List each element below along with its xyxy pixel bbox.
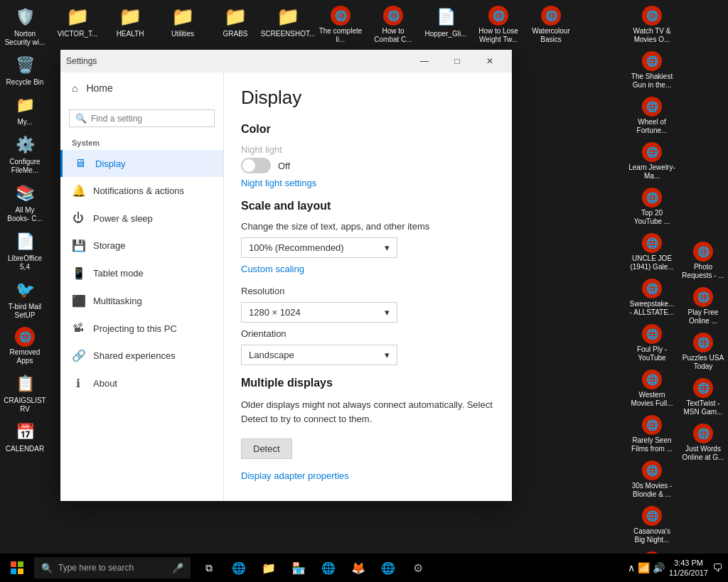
configure-label: Configure FileMe...	[4, 158, 46, 175]
right1-justwords[interactable]: 🌐 Just Words Online at G...	[678, 421, 728, 465]
top-icon-watercolour[interactable]: 🌐 Watercolour Basics	[526, 3, 576, 47]
top-icon-health[interactable]: 📁 HEALTH	[105, 3, 155, 41]
time-display[interactable]: 3:43 PM 11/26/2017	[669, 558, 708, 578]
right2-foulply[interactable]: 🌐 Foul Ply - YouTube	[627, 321, 677, 365]
desktop-icon-calendar[interactable]: 📅 CALENDAR	[2, 418, 48, 456]
top-icon-screenshot[interactable]: 📁 SCREENSHOT...	[263, 3, 313, 41]
desktop-icon-removed[interactable]: 🌐 Removed Apps	[2, 324, 48, 368]
window-titlebar: Settings — □ ✕	[60, 50, 512, 72]
right2-wheel[interactable]: 🌐 Wheel of Fortune...	[627, 94, 677, 138]
right1-puzzles[interactable]: 🌐 Puzzles USA Today	[678, 330, 728, 374]
orientation-dropdown[interactable]: Landscape ▾	[241, 345, 397, 365]
photoreq-icon: 🌐	[693, 242, 713, 262]
right2-unclejoe[interactable]: 🌐 UNCLE JOE (1941) Gale...	[627, 230, 677, 274]
desktop-icons-left: 🛡️ Norton Security wi... 🗑️ Recycle Bin …	[0, 0, 50, 459]
taskbar-settings[interactable]: ⚙	[404, 554, 432, 582]
start-button[interactable]	[0, 554, 34, 582]
taskbar-search[interactable]: 🔍 Type here to search 🎤	[34, 557, 191, 578]
sidebar-item-multitasking[interactable]: ⬛ Multitasking	[60, 287, 223, 315]
sidebar-item-display[interactable]: 🖥 Display	[60, 150, 223, 177]
taskbar-fileexplorer[interactable]: 📁	[255, 554, 283, 582]
close-button[interactable]: ✕	[473, 50, 506, 72]
top-icon-howto[interactable]: 🌐 How to Combat C...	[368, 3, 418, 47]
desktop-icon-craigslist[interactable]: 📋 CRAIGSLIST RV	[2, 370, 48, 416]
complete-label: The complete li...	[317, 27, 364, 44]
detect-button[interactable]: Detect	[241, 438, 292, 459]
night-light-settings-link[interactable]: Night light settings	[241, 178, 495, 188]
craigslist-icon: 📋	[14, 372, 36, 395]
desktop-icon-tbird[interactable]: 🐦 T-bird Mail SetUP	[2, 276, 48, 323]
top-icon-utilities[interactable]: 📁 Utilities	[158, 3, 208, 41]
svg-rect-2	[11, 568, 16, 574]
night-light-toggle-row: Off	[241, 158, 495, 173]
taskbar-chrome[interactable]: 🌐	[374, 554, 402, 582]
maximize-button[interactable]: □	[441, 50, 473, 72]
volume-icon[interactable]: 🔊	[653, 562, 665, 573]
right2-watchtv[interactable]: 🌐 Watch TV & Movies O...	[627, 3, 677, 47]
sidebar-home-item[interactable]: ⌂ Home	[60, 72, 223, 104]
custom-scaling-link[interactable]: Custom scaling	[241, 264, 495, 274]
settings-sidebar: ⌂ Home 🔍 System 🖥 Display 🔔 Notification…	[60, 72, 224, 501]
watercolour-icon: 🌐	[541, 6, 561, 26]
chevron-up-icon[interactable]: ∧	[628, 562, 635, 573]
right2-shakiest[interactable]: 🌐 The Shakiest Gun in the...	[627, 48, 677, 92]
notifications-label: Notifications & actions	[93, 185, 184, 196]
adapter-link[interactable]: Display adapter properties	[241, 470, 495, 481]
books-icon: 📚	[14, 182, 36, 205]
desktop-icon-norton[interactable]: 🛡️ Norton Security wi...	[2, 3, 48, 50]
desktop-icon-books[interactable]: 📚 All My Books- C...	[2, 179, 48, 226]
sidebar-item-tablet[interactable]: 📱 Tablet mode	[60, 259, 223, 287]
desktop-icon-configure[interactable]: ⚙️ Configure FileMe...	[2, 131, 48, 178]
right1-playfree[interactable]: 🌐 Play Free Online ...	[678, 284, 728, 328]
top-icon-hopper[interactable]: 📄 Hopper_Gli...	[421, 3, 471, 41]
sweepstake-label: Sweepstake... - ALLSTATE...	[628, 300, 675, 317]
top-icon-loseweight[interactable]: 🌐 How to Lose Weight Tw...	[473, 3, 523, 47]
desktop-icon-recycle[interactable]: 🗑️ Recycle Bin	[2, 51, 48, 90]
texttwist-icon: 🌐	[693, 378, 713, 398]
sidebar-item-shared[interactable]: 🔗 Shared experiences	[60, 342, 223, 370]
rarelyseen-label: Rarely Seen Films from ...	[628, 436, 675, 453]
right1-texttwist[interactable]: 🌐 TextTwist - MSN Gam...	[678, 375, 728, 419]
taskbar-firefox[interactable]: 🦊	[344, 554, 373, 582]
watercolour-label: Watercolour Basics	[528, 27, 574, 44]
sidebar-item-notifications[interactable]: 🔔 Notifications & actions	[60, 177, 223, 205]
search-input[interactable]	[91, 114, 208, 124]
screenshot-label: SCREENSHOT...	[261, 30, 316, 38]
sidebar-item-power[interactable]: ⏻ Power & sleep	[60, 205, 223, 232]
libreoffice-label: LibreOffice 5,4	[4, 254, 46, 271]
taskbar-edge[interactable]: 🌐	[225, 554, 253, 582]
scale-dropdown[interactable]: 100% (Recommended) ▾	[241, 237, 397, 258]
right2-casanova[interactable]: 🌐 Casanova's Big Night...	[627, 503, 677, 547]
right2-5ways[interactable]: 🌐 5 ways to find and wa...	[627, 549, 677, 554]
right2-sweepstake[interactable]: 🌐 Sweepstake... - ALLSTATE...	[627, 276, 677, 320]
search-box[interactable]: 🔍	[69, 109, 215, 127]
howto-icon: 🌐	[383, 6, 403, 26]
desktop-icon-myfiles[interactable]: 📁 My...	[2, 91, 48, 129]
scale-label: Change the size of text, apps, and other…	[241, 221, 495, 232]
grabs-folder-icon: 📁	[224, 6, 247, 28]
taskbar-taskview[interactable]: ⧉	[195, 554, 223, 582]
books-label: All My Books- C...	[4, 206, 46, 223]
sidebar-item-about[interactable]: ℹ About	[60, 370, 223, 397]
right2-top20[interactable]: 🌐 Top 20 YouTube ...	[627, 185, 677, 229]
taskbar-store[interactable]: 🏪	[284, 554, 313, 582]
resolution-dropdown[interactable]: 1280 × 1024 ▾	[241, 302, 397, 323]
texttwist-label: TextTwist - MSN Gam...	[680, 399, 727, 416]
top-icon-complete[interactable]: 🌐 The complete li...	[316, 3, 365, 47]
top-icon-grabs[interactable]: 📁 GRABS	[210, 3, 260, 41]
right2-jewelry[interactable]: 🌐 Learn Jewelry-Ma...	[627, 139, 677, 183]
sidebar-item-projecting[interactable]: 📽 Projecting to this PC	[60, 315, 223, 342]
top-icon-victor[interactable]: 📁 VICTOR_T...	[53, 3, 102, 41]
right1-photoreq[interactable]: 🌐 Photo Requests - ...	[678, 239, 728, 283]
right2-western[interactable]: 🌐 Western Movies Full...	[627, 367, 677, 411]
night-light-toggle[interactable]	[241, 158, 271, 173]
system-section-label: System	[60, 133, 223, 150]
notification-icon[interactable]: 🗨	[712, 562, 722, 573]
right2-rarelyseen[interactable]: 🌐 Rarely Seen Films from ...	[627, 412, 677, 456]
puzzles-label: Puzzles USA Today	[680, 354, 727, 371]
right2-30smovies[interactable]: 🌐 30s Movies - Blondie & ...	[627, 458, 677, 502]
desktop-icon-libreoffice[interactable]: 📄 LibreOffice 5,4	[2, 227, 48, 274]
sidebar-item-storage[interactable]: 💾 Storage	[60, 232, 223, 259]
taskbar-ie[interactable]: 🌐	[314, 554, 343, 582]
minimize-button[interactable]: —	[408, 50, 441, 72]
